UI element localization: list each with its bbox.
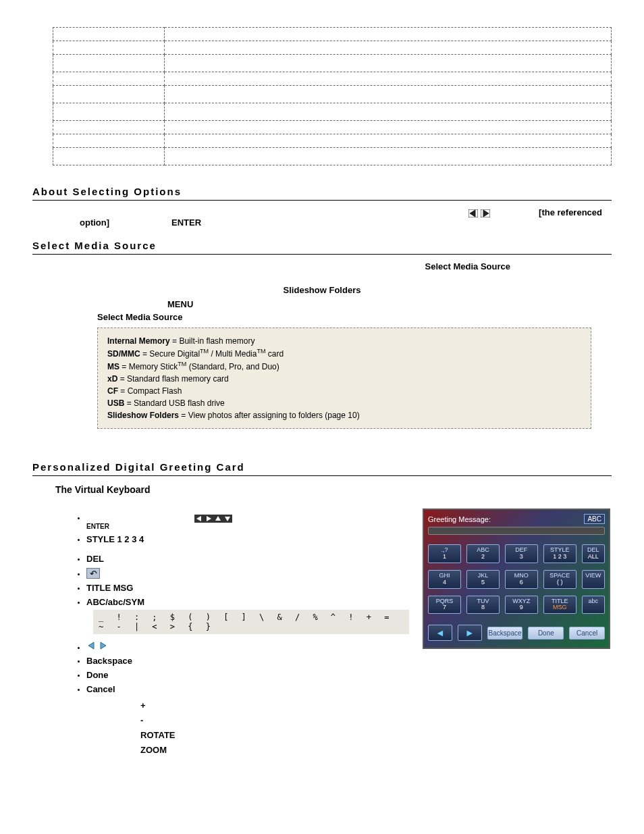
vk-after-list: + - ROTATE ZOOM [140,698,409,758]
down-arrow-icon [223,515,232,523]
mem-cf-desc: = Compact Flash [118,386,182,396]
up-arrow-icon [213,515,223,523]
left-right-arrow-icons [468,207,490,217]
vk-item-titlemsg: TITLE MSG [86,583,409,593]
mem-sd-desc-c: card [265,349,284,359]
empty-table [53,27,612,165]
mem-cf-label: CF [107,386,118,396]
kb-key-style[interactable]: STYLE1 2 3 [543,544,576,563]
vk-titlemsg-label: TITLE MSG [86,583,133,593]
vk-mode-label: ABC/abc/SYM [86,597,144,607]
mem-sf-desc: = View photos after assigning to folders… [179,411,360,420]
kb-key-abc[interactable]: abc [582,596,605,615]
section-media-heading: Select Media Source [32,240,612,255]
kb-key-5[interactable]: JKL5 [466,570,500,589]
svg-marker-2 [483,210,489,217]
kb-nav-right[interactable]: ► [458,625,482,641]
kb-key-2[interactable]: ABC2 [466,544,500,563]
vk-item-mode: ABC/abc/SYM _ ! : ; $ ( ) [ ] \ & / % ^ … [86,597,409,637]
vk-item-backspace: Backspace [86,656,409,666]
kb-key-space[interactable]: SPACE( ) [543,570,576,589]
vk-symbols-strip: _ ! : ; $ ( ) [ ] \ & / % ^ ! + = ~ - | … [93,610,409,634]
vk-item-style: STYLE 1 2 3 4 [86,534,409,544]
back-arrow-icon: ↶ [86,568,100,579]
mem-ms-desc-a: = Memory Stick [119,362,178,371]
section-about-heading: About Selecting Options [32,186,612,201]
kb-done-button[interactable]: Done [528,627,564,640]
vk-item-lr [86,641,409,652]
kb-mode-badge: ABC [584,514,605,524]
select-media-label-2: Select Media Source [97,312,182,322]
kb-key-grid: .,?1 ABC2 DEF3 STYLE1 2 3 DELALL GHI4 JK… [428,544,605,614]
vk-plus: + [140,700,146,710]
svg-marker-13 [101,642,106,649]
right-arrow-icon [204,515,213,523]
vk-done-label: Done [86,670,109,680]
kb-cancel-button[interactable]: Cancel [569,627,605,640]
vk-minus: - [140,715,143,725]
virtual-keyboard-instructions: ENTER STYLE 1 2 3 4 DEL ↶ TITLE MSG ABC/… [73,513,409,694]
vk-item-cancel: Cancel [86,684,409,694]
small-right-arrow-icon [99,641,108,650]
media-source-list: Internal Memory = Built-in flash memory … [97,328,591,429]
mem-sd-label: SD/MMC [107,349,140,359]
kb-key-4[interactable]: GHI4 [428,570,461,589]
virtual-keyboard-screenshot: Greeting Message: ABC .,?1 ABC2 DEF3 STY… [423,509,610,649]
vk-zoom: ZOOM [140,745,167,755]
vk-item-del: DEL [86,554,409,564]
svg-marker-0 [470,210,475,217]
svg-marker-12 [88,642,94,649]
slideshow-folders-label: Slideshow Folders [284,285,361,295]
select-media-label: Select Media Source [425,261,510,271]
kb-header: Greeting Message: [428,515,491,523]
vk-cancel-label: Cancel [86,684,115,694]
mem-sd-desc-a: = Secure Digital [140,349,200,359]
kb-key-6[interactable]: MNO6 [505,570,538,589]
referenced-text: [the referenced [539,207,602,217]
mem-xd-label: xD [107,374,117,384]
kb-key-delall[interactable]: DELALL [582,544,605,563]
left-arrow-icon [194,515,204,523]
vk-item-nav: ENTER [86,513,409,530]
mem-internal-label: Internal Memory [107,336,170,346]
mem-sf-label: Slideshow Folders [107,411,179,420]
small-left-arrow-icon [86,641,96,650]
mem-ms-label: MS [107,362,119,371]
kb-nav-left[interactable]: ◄ [428,625,452,641]
vk-item-back: ↶ [86,568,409,579]
mem-xd-desc: = Standard flash memory card [117,374,228,384]
vk-rotate: ROTATE [140,730,176,740]
kb-key-7[interactable]: PQRS7 [428,596,461,615]
virtual-keyboard-title: The Virtual Keyboard [55,484,612,495]
menu-label: MENU [167,299,193,309]
mem-sd-desc-b: / Multi Media [209,349,257,359]
kb-input-field[interactable] [428,527,605,535]
vk-backspace-label: Backspace [86,656,132,666]
kb-key-3[interactable]: DEF3 [505,544,538,563]
kb-key-view[interactable]: VIEW [582,570,605,589]
section-greeting-heading: Personalized Digital Greeting Card [32,461,612,476]
kb-key-1[interactable]: .,?1 [428,544,461,563]
vk-item-done: Done [86,670,409,680]
mem-usb-desc: = Standard USB flash drive [124,398,224,408]
enter-word: ENTER [171,217,201,228]
vk-enter: ENTER [86,523,109,530]
mem-internal-desc: = Built-in flash memory [170,336,255,346]
mem-ms-desc-b: (Standard, Pro, and Duo) [186,362,279,371]
vk-del-label: DEL [86,554,104,564]
kb-key-8[interactable]: TUV8 [466,596,500,615]
kb-key-titlemsg[interactable]: TITLEMSG [543,596,576,615]
mem-usb-label: USB [107,398,124,408]
vk-style-label: STYLE 1 2 3 4 [86,534,144,544]
kb-key-9[interactable]: WXYZ9 [505,596,538,615]
kb-backspace-button[interactable]: Backspace [487,627,523,640]
option-word: option] [80,217,109,228]
